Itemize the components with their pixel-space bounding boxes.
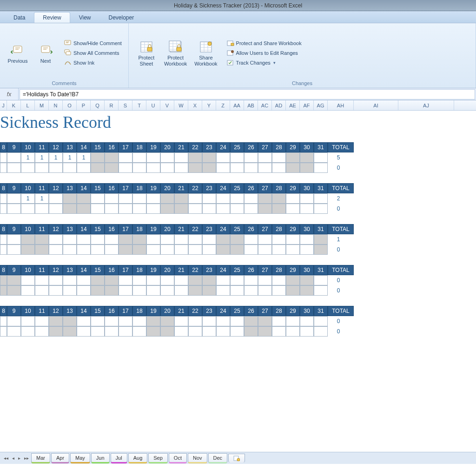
allow-users-button[interactable]: Allow Users to Edit Ranges [225,48,304,58]
data-cell[interactable] [216,204,230,214]
data-cell[interactable] [146,193,160,204]
data-cell[interactable] [202,275,216,285]
data-cell[interactable] [91,245,105,255]
data-cell[interactable] [286,193,300,204]
data-cell[interactable] [63,316,77,326]
data-cell[interactable] [0,275,7,285]
data-cell[interactable] [244,275,258,285]
data-cell[interactable] [0,163,7,173]
data-cell[interactable] [244,326,258,337]
total-cell[interactable]: 0 [328,326,354,337]
data-cell[interactable] [258,316,272,326]
data-cell[interactable] [300,204,314,214]
data-cell[interactable] [202,326,216,337]
data-cell[interactable] [286,316,300,326]
total-cell[interactable]: 0 [328,245,354,255]
data-cell[interactable] [272,163,286,173]
data-cell[interactable] [300,245,314,255]
data-cell[interactable] [91,326,105,337]
data-cell[interactable] [63,275,77,285]
data-cell[interactable] [188,285,202,296]
data-cell[interactable] [160,193,174,204]
total-cell[interactable]: 1 [328,234,354,245]
data-cell[interactable] [300,234,314,245]
col-header-L[interactable]: L [21,100,35,110]
data-cell[interactable] [174,285,188,296]
data-cell[interactable] [160,234,174,245]
data-cell[interactable] [63,163,77,173]
data-cell[interactable] [160,316,174,326]
data-cell[interactable] [7,316,21,326]
data-cell[interactable] [132,163,146,173]
data-cell[interactable] [300,163,314,173]
data-cell[interactable] [21,245,35,255]
data-cell[interactable] [119,316,132,326]
data-cell[interactable] [230,204,244,214]
data-cell[interactable] [105,204,119,214]
data-cell[interactable] [146,316,160,326]
data-cell[interactable] [230,163,244,173]
ribbon-tab-developer[interactable]: Developer [100,12,143,23]
total-cell[interactable]: 0 [328,204,354,214]
col-header-AA[interactable]: AA [230,100,244,110]
data-cell[interactable] [174,193,188,204]
data-cell[interactable] [132,193,146,204]
tab-nav-next[interactable]: ▸ [16,456,22,461]
data-cell[interactable] [21,234,35,245]
data-cell[interactable] [286,152,300,163]
track-changes-button[interactable]: Track Changes ▾ [225,58,304,67]
data-cell[interactable] [174,316,188,326]
col-header-AE[interactable]: AE [286,100,300,110]
col-header-AB[interactable]: AB [244,100,258,110]
col-header-P[interactable]: P [77,100,91,110]
data-cell[interactable] [174,152,188,163]
data-cell[interactable] [132,245,146,255]
data-cell[interactable] [7,204,21,214]
data-cell[interactable] [286,234,300,245]
data-cell[interactable] [119,193,132,204]
data-cell[interactable] [160,163,174,173]
data-cell[interactable] [7,163,21,173]
data-cell[interactable] [49,245,63,255]
col-header-AC[interactable]: AC [258,100,272,110]
data-cell[interactable] [314,193,328,204]
data-cell[interactable] [314,163,328,173]
show-hide-comment-button[interactable]: Show/Hide Comment [62,39,124,48]
data-cell[interactable] [286,326,300,337]
tab-nav-last[interactable]: ▸▸ [22,456,31,461]
data-cell[interactable] [216,245,230,255]
data-cell[interactable] [119,245,132,255]
data-cell[interactable] [314,152,328,163]
data-cell[interactable] [132,326,146,337]
data-cell[interactable] [63,245,77,255]
data-cell[interactable]: 1 [35,152,49,163]
data-cell[interactable] [216,285,230,296]
sheet-tab-mar[interactable]: Mar [31,453,50,463]
data-cell[interactable] [63,285,77,296]
data-cell[interactable] [188,316,202,326]
data-cell[interactable] [35,285,49,296]
data-cell[interactable] [314,275,328,285]
data-cell[interactable] [132,275,146,285]
data-cell[interactable] [258,234,272,245]
data-cell[interactable] [188,326,202,337]
data-cell[interactable] [272,234,286,245]
data-cell[interactable]: 1 [21,193,35,204]
data-cell[interactable] [146,234,160,245]
protect-and-share-button[interactable]: Protect and Share Workbook [225,39,304,48]
total-cell[interactable]: 0 [328,275,354,285]
data-cell[interactable] [314,326,328,337]
col-header-S[interactable]: S [119,100,132,110]
data-cell[interactable] [300,316,314,326]
data-cell[interactable] [105,245,119,255]
data-cell[interactable] [188,234,202,245]
data-cell[interactable] [63,326,77,337]
data-cell[interactable] [300,326,314,337]
previous-comment-button[interactable]: Previous [5,41,31,65]
data-cell[interactable]: 1 [49,152,63,163]
data-cell[interactable] [272,204,286,214]
data-cell[interactable] [272,152,286,163]
show-all-comments-button[interactable]: Show All Comments [62,48,124,58]
data-cell[interactable] [77,204,91,214]
data-cell[interactable]: 1 [63,152,77,163]
